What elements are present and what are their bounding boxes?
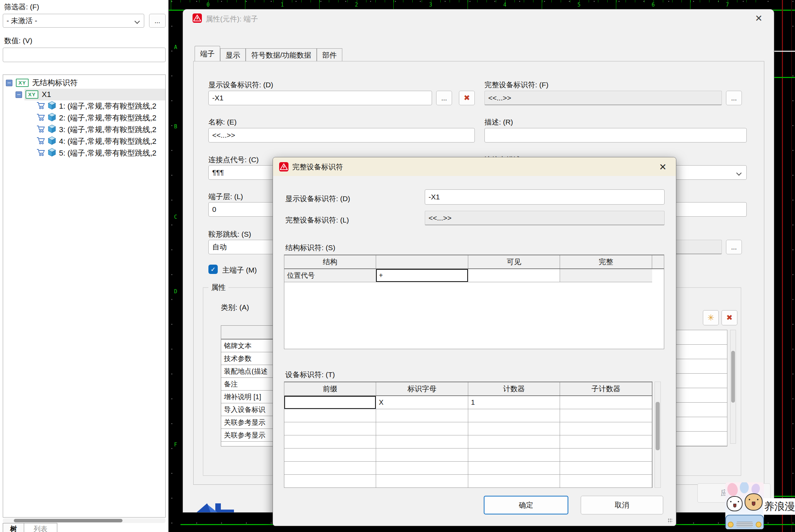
filter-more-button[interactable]: ... [149, 14, 166, 28]
tab-tree-label: 树 [10, 524, 17, 532]
empty-cell[interactable] [284, 475, 376, 488]
empty-cell[interactable] [468, 409, 560, 422]
display-dt-input[interactable]: -X1 [208, 91, 432, 105]
empty-cell[interactable] [468, 449, 560, 462]
full-cell[interactable] [560, 269, 652, 282]
tab-parts[interactable]: 部件 [317, 48, 342, 61]
close-icon[interactable]: ✕ [753, 12, 765, 24]
tree-item-label: 4: (端子,常规,带有鞍型跳线,2 [59, 136, 156, 147]
structure-value-cell[interactable]: + [376, 269, 468, 282]
empty-cell[interactable] [560, 462, 652, 475]
value-input[interactable] [3, 48, 166, 62]
main-terminal-checkbox[interactable]: ✓ [208, 265, 218, 274]
subcounter-cell[interactable] [560, 396, 652, 409]
scrollbar-thumb[interactable] [14, 519, 122, 522]
display-dt-label: 显示设备标识符: (D) [285, 194, 350, 204]
resize-grip-icon[interactable] [668, 518, 673, 523]
empty-cell[interactable] [376, 409, 468, 422]
empty-cell[interactable] [376, 422, 468, 435]
asterisk-icon: ✳ [707, 313, 714, 323]
horizontal-scrollbar[interactable] [3, 518, 166, 523]
ruler-letter: A [171, 44, 180, 50]
tree-item-terminal[interactable]: 4: (端子,常规,带有鞍型跳线,2 [3, 136, 165, 147]
empty-cell[interactable] [560, 475, 652, 488]
display-dt-more-button[interactable]: ... [436, 91, 452, 105]
empty-cell[interactable] [468, 475, 560, 488]
empty-cell[interactable] [284, 422, 376, 435]
vertical-scrollbar[interactable] [655, 382, 661, 488]
structure-cell[interactable]: 位置代号 [284, 269, 376, 282]
empty-cell[interactable] [560, 422, 652, 435]
conn-point-label: 连接点代号: (C) [208, 155, 259, 165]
new-button[interactable]: ✳ [703, 310, 719, 325]
cube-icon [48, 148, 56, 159]
empty-cell[interactable] [560, 449, 652, 462]
tree-item-terminal[interactable]: 2: (端子,常规,带有鞍型跳线,2 [3, 112, 165, 124]
visible-cell[interactable] [468, 269, 560, 282]
tab-terminal[interactable]: 端子 [195, 46, 220, 61]
ruler-number: 3 [393, 0, 468, 10]
empty-cell[interactable] [376, 449, 468, 462]
ruler-number: 4 [468, 0, 542, 10]
display-dt-input[interactable]: -X1 [425, 189, 665, 205]
close-icon[interactable]: ✕ [657, 161, 669, 173]
empty-cell[interactable] [376, 475, 468, 488]
cancel-button[interactable]: 取消 [581, 496, 663, 514]
tab-list[interactable]: 列表 [24, 523, 57, 532]
empty-cell[interactable] [468, 435, 560, 449]
tab-display[interactable]: 显示 [220, 48, 246, 61]
tree-item-label: 5: (端子,常规,带有鞍型跳线,2 [59, 148, 156, 158]
empty-cell[interactable] [468, 462, 560, 475]
empty-cell[interactable] [284, 409, 376, 422]
tree-item-label: 3: (端子,常规,带有鞍型跳线,2 [59, 125, 156, 135]
prefix-cell[interactable] [284, 396, 376, 409]
vertical-scrollbar[interactable] [730, 330, 736, 444]
tree-item-group-x1[interactable]: − XY X1 [3, 89, 165, 100]
collapse-icon[interactable]: − [16, 91, 22, 98]
tab-label: 显示 [226, 50, 240, 60]
structure-label: 结构标识符: (S) [285, 243, 335, 253]
full-dt-more-button[interactable]: ... [726, 91, 742, 105]
empty-cell[interactable] [284, 462, 376, 475]
full-dt-field: <<...>> [425, 211, 665, 225]
display-dt-delete-button[interactable]: ✖ [459, 91, 475, 105]
xy-badge-icon: XY [16, 79, 29, 87]
name-label: 名称: (E) [208, 117, 237, 127]
empty-cell[interactable] [560, 435, 652, 449]
collapse-icon[interactable]: − [6, 80, 12, 86]
tab-symbol-data[interactable]: 符号数据/功能数据 [246, 48, 317, 61]
scrollbar-thumb[interactable] [656, 402, 660, 450]
empty-cell[interactable] [468, 422, 560, 435]
empty-cell[interactable] [284, 435, 376, 449]
empty-cell[interactable] [560, 409, 652, 422]
right-more-button[interactable]: ... [726, 240, 742, 254]
tree-item-terminal[interactable]: 3: (端子,常规,带有鞍型跳线,2 [3, 124, 165, 136]
delete-button[interactable]: ✖ [722, 310, 737, 325]
empty-cell[interactable] [376, 462, 468, 475]
letter-cell[interactable]: X [376, 396, 468, 409]
right-table-fragment [673, 330, 727, 446]
ruler-letter: C [171, 214, 180, 220]
desc-input[interactable] [484, 128, 747, 142]
tree-item-root[interactable]: − XY 无结构标识符 [3, 77, 165, 89]
value-label: 数值: (V) [4, 36, 32, 46]
scrollbar-thumb[interactable] [731, 351, 735, 403]
ruler-letter: F [171, 442, 180, 448]
bear-face [727, 496, 743, 511]
tree-item-terminal[interactable]: 1: (端子,常规,带有鞍型跳线,2 [3, 100, 165, 112]
empty-cell[interactable] [284, 449, 376, 462]
column-header: 子计数器 [560, 382, 652, 395]
grid-line [791, 0, 792, 532]
empty-cell[interactable] [376, 435, 468, 449]
name-value: <<...>> [212, 131, 235, 139]
ok-button[interactable]: 确定 [484, 496, 568, 514]
counter-cell[interactable]: 1 [468, 396, 560, 409]
tab-tree[interactable]: 树 [3, 523, 24, 532]
filter-dropdown[interactable]: - 未激活 - [3, 14, 144, 28]
name-input[interactable]: <<...>> [208, 128, 475, 142]
tree-item-label: 1: (端子,常规,带有鞍型跳线,2 [59, 101, 156, 111]
cart-icon [36, 101, 46, 112]
category-cell: 铭牌文本 [224, 341, 252, 351]
full-dt-field: <<...>> [484, 91, 722, 105]
tree-item-terminal[interactable]: 5: (端子,常规,带有鞍型跳线,2 [3, 147, 165, 159]
